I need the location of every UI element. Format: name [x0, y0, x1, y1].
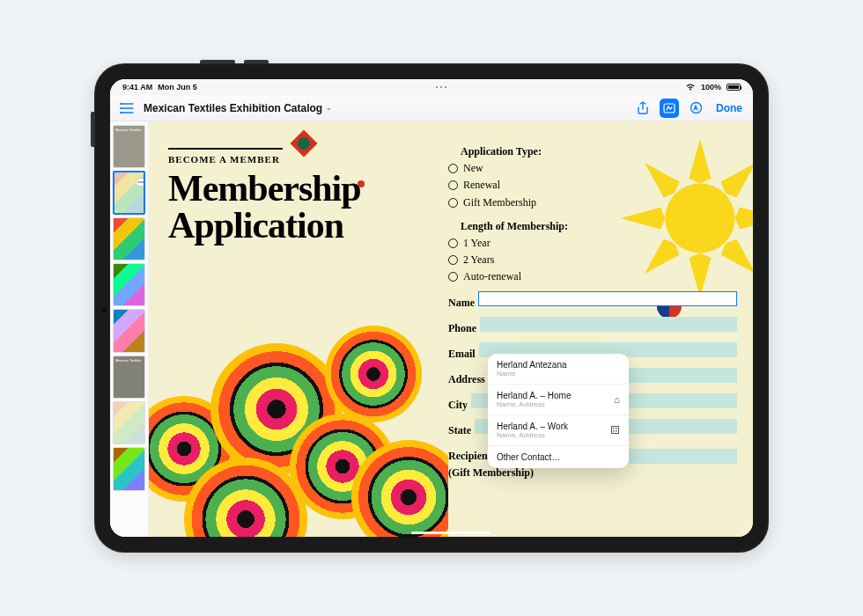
svg-rect-10 — [613, 430, 615, 432]
multitask-dots-icon[interactable] — [436, 86, 446, 88]
autofill-item-2[interactable]: Herland A. – HomeName, Address ⌂ — [488, 385, 629, 415]
label-state: State — [448, 422, 471, 439]
status-bar: 9:41 AM Mon Jun 5 100% — [110, 79, 753, 95]
thumb-page-6[interactable] — [113, 356, 145, 399]
app-type-heading: Application Type: — [448, 143, 737, 160]
autofill-other-contact[interactable]: Other Contact… — [488, 446, 629, 468]
status-time: 9:41 AM — [122, 83, 152, 92]
wifi-icon — [685, 83, 696, 92]
radio-2years[interactable]: 2 Years — [448, 252, 737, 268]
label-phone: Phone — [448, 320, 476, 337]
svg-rect-8 — [613, 428, 615, 429]
name-input[interactable] — [478, 291, 737, 306]
autofill-item-3[interactable]: Herland A. – WorkName, Address — [488, 415, 629, 446]
autofill-popup: Herland AntezanaName Herland A. – HomeNa… — [488, 354, 629, 468]
ipad-device-frame: 9:41 AM Mon Jun 5 100% Mexican Textiles … — [94, 63, 769, 553]
battery-percent: 100% — [701, 83, 721, 92]
sidebar-toggle-icon[interactable] — [117, 99, 136, 118]
thumb-page-1[interactable] — [113, 125, 145, 168]
autofill-item-1[interactable]: Herland AntezanaName — [488, 354, 629, 385]
markup-icon[interactable] — [660, 99, 679, 118]
svg-point-1 — [120, 107, 122, 109]
toolbar: Mexican Textiles Exhibition Catalog ⌄ Do… — [110, 95, 753, 121]
home-indicator[interactable] — [411, 532, 491, 534]
page-thumbnails[interactable]: ••• — [110, 121, 149, 537]
thumb-page-2[interactable]: ••• — [113, 171, 145, 214]
annotation-icon[interactable] — [686, 99, 705, 118]
thumb-page-8[interactable] — [113, 447, 145, 490]
document-page: BECOME A MEMBER Membership Application A… — [149, 121, 753, 537]
thumb-page-4[interactable] — [113, 263, 145, 306]
page-heading: Membership Application — [168, 170, 432, 244]
chevron-down-icon: ⌄ — [326, 104, 332, 112]
share-icon[interactable] — [633, 99, 653, 118]
length-heading: Length of Membership: — [448, 218, 737, 235]
textile-art-graphic — [149, 290, 448, 537]
battery-icon — [727, 84, 741, 91]
svg-rect-11 — [616, 430, 617, 432]
status-date: Mon Jun 5 — [158, 83, 197, 92]
label-email: Email — [448, 346, 476, 363]
radio-auto[interactable]: Auto-renewal — [448, 268, 737, 285]
svg-point-2 — [120, 112, 122, 114]
radio-renewal[interactable]: Renewal — [448, 177, 737, 194]
screen: 9:41 AM Mon Jun 5 100% Mexican Textiles … — [110, 79, 753, 537]
label-address: Address — [448, 371, 485, 388]
comment-bubble-icon[interactable]: ••• — [136, 178, 145, 187]
label-name: Name — [448, 295, 475, 312]
building-icon — [610, 425, 620, 436]
radio-new[interactable]: New — [448, 160, 737, 177]
thumb-page-5[interactable] — [113, 309, 145, 352]
radio-gift[interactable]: Gift Membership — [448, 194, 737, 211]
label-city: City — [448, 397, 468, 414]
svg-rect-9 — [616, 428, 617, 429]
radio-1year[interactable]: 1 Year — [448, 235, 737, 252]
document-title[interactable]: Mexican Textiles Exhibition Catalog ⌄ — [144, 102, 332, 114]
svg-point-0 — [120, 103, 122, 105]
phone-input[interactable] — [480, 317, 737, 332]
thumb-page-7[interactable] — [113, 401, 145, 444]
kicker-text: BECOME A MEMBER — [168, 154, 432, 165]
thumb-page-3[interactable] — [113, 217, 145, 260]
svg-rect-7 — [612, 426, 619, 433]
home-icon: ⌂ — [614, 394, 620, 405]
done-button[interactable]: Done — [712, 102, 746, 114]
